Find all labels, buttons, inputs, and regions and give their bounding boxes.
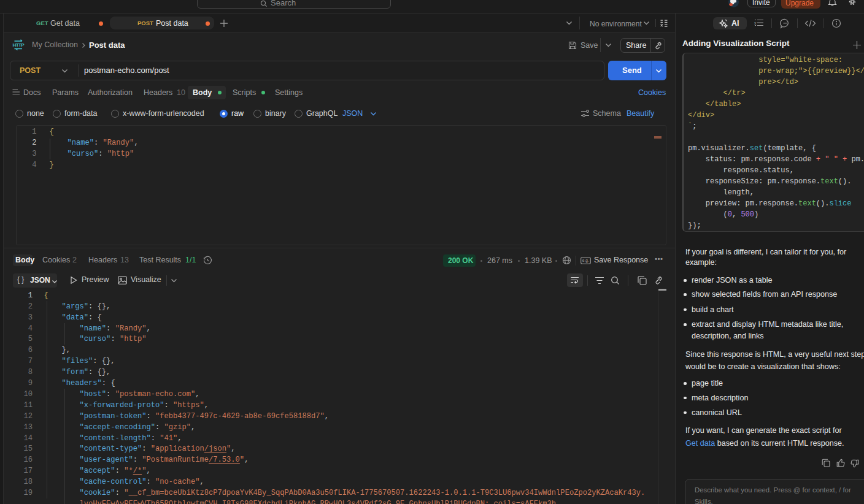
svg-text:x: x [754,21,757,25]
svg-text:HTTP: HTTP [13,42,25,48]
svg-text:e.g.: e.g. [582,258,589,263]
